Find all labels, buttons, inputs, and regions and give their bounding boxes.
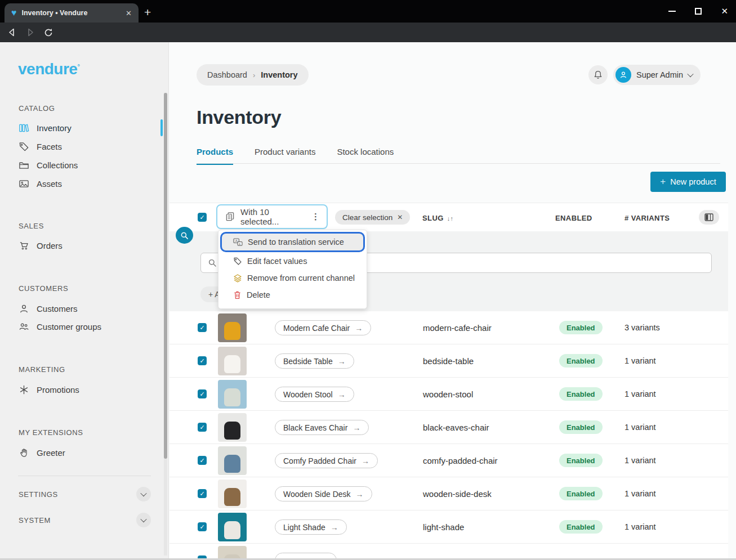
product-slug: wooden-side-desk xyxy=(423,489,492,499)
product-name-link[interactable]: Light Shade→ xyxy=(275,519,347,535)
row-checkbox[interactable]: ✓ xyxy=(198,389,207,398)
sidebar-scroll-thumb[interactable] xyxy=(164,93,167,459)
columns-icon xyxy=(704,213,713,221)
table-row[interactable]: ✓ Comfy Padded Chair→ comfy-padded-chair… xyxy=(169,444,728,477)
section-header-settings: SETTINGS xyxy=(19,490,58,499)
sidebar-section-settings[interactable]: SETTINGS xyxy=(19,487,151,501)
browser-tab[interactable]: ♥ Inventory • Vendure ✕ xyxy=(5,3,139,23)
sidebar-item-promotions[interactable]: Promotions xyxy=(0,380,161,398)
sidebar-scrollbar[interactable] xyxy=(164,93,167,555)
system-expand-button[interactable] xyxy=(136,513,151,527)
new-tab-button[interactable]: + xyxy=(144,6,151,19)
table-row[interactable]: ✓ → xyxy=(169,544,728,560)
sidebar-item-greeter[interactable]: Greeter xyxy=(0,443,161,462)
product-thumbnail xyxy=(218,413,247,442)
search-icon xyxy=(208,258,217,267)
section-header-my-extensions: MY EXTENSIONS xyxy=(19,428,83,437)
user-avatar xyxy=(615,67,631,83)
table-row[interactable]: ✓ Wooden Side Desk→ wooden-side-desk Ena… xyxy=(169,477,728,510)
breadcrumb[interactable]: Dashboard › Inventory xyxy=(197,64,309,86)
row-checkbox[interactable]: ✓ xyxy=(198,489,207,498)
tab-close-icon[interactable]: ✕ xyxy=(126,9,132,17)
product-slug: black-eaves-chair xyxy=(423,423,489,432)
status-badge: Enabled xyxy=(559,387,603,401)
chevron-down-icon xyxy=(140,490,146,496)
tab-bar: Products Product variants Stock location… xyxy=(197,147,394,165)
search-icon xyxy=(180,231,189,240)
sidebar-section-system[interactable]: SYSTEM xyxy=(19,513,151,527)
product-name: Wooden Stool xyxy=(283,390,333,399)
settings-expand-button[interactable] xyxy=(136,487,151,501)
menu-item-remove-from-channel[interactable]: Remove from current channel xyxy=(218,270,367,286)
product-slug: modern-cafe-chair xyxy=(423,323,492,333)
sidebar-item-assets[interactable]: Assets xyxy=(0,174,161,192)
menu-item-edit-facet-values[interactable]: Edit facet values xyxy=(218,253,367,270)
row-checkbox[interactable]: ✓ xyxy=(198,323,207,332)
arrow-right-icon: → xyxy=(353,423,360,432)
sidebar-item-collections[interactable]: Collections xyxy=(0,156,161,174)
tab-stock-locations[interactable]: Stock locations xyxy=(337,147,394,165)
product-name-link[interactable]: Black Eaves Chair→ xyxy=(275,420,369,435)
close-icon[interactable]: ✕ xyxy=(397,213,403,221)
browser-tab-title: Inventory • Vendure xyxy=(22,9,126,17)
sidebar-item-label: Customers xyxy=(37,304,78,313)
section-header-catalog: CATALOG xyxy=(19,104,55,113)
product-name-link[interactable]: Wooden Stool→ xyxy=(275,387,354,402)
forward-icon[interactable] xyxy=(26,28,34,37)
layers-icon xyxy=(233,274,242,283)
tab-product-variants[interactable]: Product variants xyxy=(255,147,315,165)
product-name-link[interactable]: Comfy Padded Chair→ xyxy=(275,453,378,468)
back-icon[interactable] xyxy=(8,28,16,37)
sidebar: vendure° CATALOG Inventory Facets Collec… xyxy=(0,42,169,560)
breadcrumb-dashboard[interactable]: Dashboard xyxy=(207,70,247,79)
bulk-actions-button[interactable]: With 10 selected... ⋮ xyxy=(216,204,328,229)
window-minimize-button[interactable] xyxy=(668,11,676,12)
product-name-link[interactable]: Bedside Table→ xyxy=(275,353,354,369)
reload-icon[interactable] xyxy=(44,28,53,37)
row-checkbox[interactable]: ✓ xyxy=(198,423,207,432)
arrow-right-icon: → xyxy=(331,523,338,532)
select-all-checkbox[interactable]: ✓ xyxy=(198,213,207,222)
browser-navbar: ! localhost:3000/admin/catalog/inventory… xyxy=(0,23,736,42)
product-name: Light Shade xyxy=(283,523,325,532)
menu-item-send-to-translation[interactable]: Aa Send to translation service xyxy=(222,234,363,250)
sidebar-item-facets[interactable]: Facets xyxy=(0,137,161,155)
product-name-link[interactable]: Modern Cafe Chair→ xyxy=(275,320,371,335)
user-menu[interactable]: Super Admin xyxy=(613,65,701,85)
product-name-link[interactable]: Wooden Side Desk→ xyxy=(275,486,372,501)
sidebar-item-orders[interactable]: Orders xyxy=(0,236,161,254)
table-row[interactable]: ✓ Light Shade→ light-shade Enabled 1 var… xyxy=(169,510,728,544)
row-checkbox[interactable]: ✓ xyxy=(198,522,207,531)
clear-selection-chip[interactable]: Clear selection ✕ xyxy=(335,210,410,225)
person-icon xyxy=(19,303,29,314)
search-toggle-button[interactable] xyxy=(176,227,193,244)
trash-icon xyxy=(233,290,242,299)
image-icon xyxy=(19,178,29,189)
column-settings-button[interactable] xyxy=(699,210,719,225)
sidebar-item-label: Facets xyxy=(37,142,62,151)
tab-products[interactable]: Products xyxy=(197,147,233,165)
sidebar-item-label: Promotions xyxy=(37,386,79,394)
menu-item-delete[interactable]: Delete xyxy=(218,286,367,303)
notifications-button[interactable] xyxy=(588,65,608,84)
new-product-button[interactable]: + New product xyxy=(650,172,726,192)
table-row[interactable]: ✓ Modern Cafe Chair→ modern-cafe-chair E… xyxy=(169,311,728,344)
row-checkbox[interactable]: ✓ xyxy=(198,356,207,365)
sidebar-item-customer-groups[interactable]: Customer groups xyxy=(0,317,161,335)
sort-icon[interactable]: ↓↑ xyxy=(447,215,454,222)
variant-count: 1 variant xyxy=(625,423,656,432)
window-close-button[interactable]: ✕ xyxy=(721,6,728,16)
table-row[interactable]: ✓ Wooden Stool→ wooden-stool Enabled 1 v… xyxy=(169,378,728,411)
sidebar-divider xyxy=(18,476,151,476)
row-checkbox[interactable]: ✓ xyxy=(198,456,207,465)
sidebar-item-inventory[interactable]: Inventory xyxy=(0,119,161,137)
kebab-menu-icon[interactable]: ⋮ xyxy=(311,212,320,222)
tag-icon xyxy=(233,257,242,266)
column-header-slug[interactable]: SLUG ↓↑ xyxy=(422,214,454,222)
sidebar-item-customers[interactable]: Customers xyxy=(0,299,161,317)
table-row[interactable]: ✓ Black Eaves Chair→ black-eaves-chair E… xyxy=(169,411,728,444)
table-row[interactable]: ✓ Bedside Table→ bedside-table Enabled 1… xyxy=(169,344,728,378)
column-header-label: ENABLED xyxy=(555,214,592,222)
sidebar-item-label: Inventory xyxy=(37,124,72,132)
window-maximize-button[interactable] xyxy=(695,8,702,15)
